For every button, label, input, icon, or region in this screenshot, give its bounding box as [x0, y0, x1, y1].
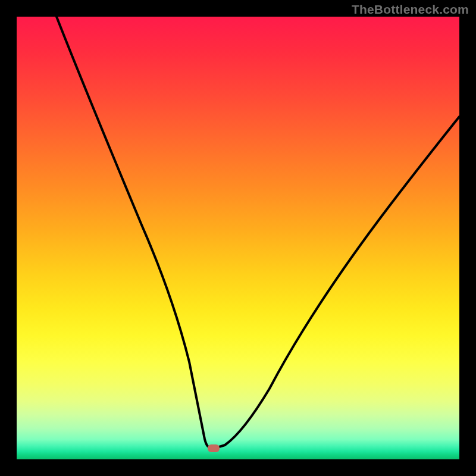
chart-stage: TheBottleneck.com: [0, 0, 476, 476]
plot-area: [17, 17, 459, 459]
watermark-text: TheBottleneck.com: [352, 2, 469, 17]
bottleneck-curve: [57, 17, 459, 448]
optimal-marker: [208, 444, 220, 452]
curve-svg: [17, 17, 459, 459]
